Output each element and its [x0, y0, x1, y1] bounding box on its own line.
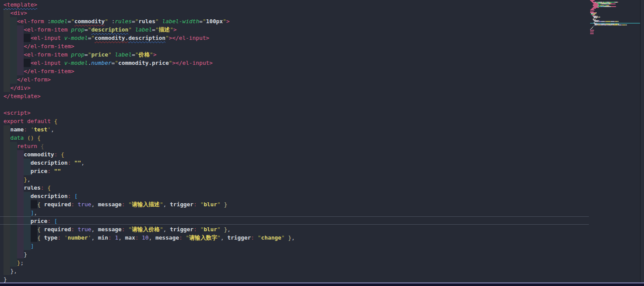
code-token: test — [34, 126, 47, 133]
code-token: , — [118, 234, 125, 241]
code-token: , — [221, 234, 227, 241]
code-line[interactable]: description: "", — [0, 159, 589, 167]
code-token: " — [128, 226, 132, 233]
code-token — [4, 218, 31, 224]
code-line[interactable]: } — [0, 250, 589, 258]
code-token: : — [194, 201, 197, 208]
code-token — [4, 176, 24, 183]
code-token: commodity — [24, 151, 54, 158]
code-editor[interactable]: <template> <div> <el-form :model="commod… — [0, 0, 644, 286]
code-line[interactable]: { required: true, message: "请输入价格", trig… — [0, 225, 589, 233]
code-token: model — [51, 18, 68, 25]
code-token: rules — [138, 18, 155, 25]
code-token — [4, 60, 31, 66]
code-token — [27, 126, 31, 133]
code-token: " — [200, 201, 204, 208]
code-line[interactable]: }; — [0, 258, 589, 267]
code-token: { — [54, 118, 58, 124]
code-token: : — [47, 168, 51, 174]
token-with-blue-squiggle: description — [128, 35, 165, 41]
code-token: : — [67, 159, 71, 166]
minimap-token — [590, 30, 594, 31]
code-line[interactable]: </div> — [0, 84, 589, 92]
code-token — [4, 143, 17, 149]
code-token: change — [261, 234, 281, 241]
code-token: default — [27, 118, 51, 124]
code-token: , — [91, 201, 98, 208]
code-line[interactable]: return { — [0, 142, 589, 150]
code-line[interactable]: ], — [0, 208, 589, 217]
code-token: [ — [54, 218, 58, 224]
code-line[interactable]: <el-form-item prop="price" label="价格"> — [0, 50, 589, 59]
code-line[interactable]: <script> — [0, 109, 589, 117]
code-token: number — [67, 234, 88, 241]
code-line[interactable]: price: "" — [0, 167, 589, 175]
code-token — [4, 251, 24, 258]
code-line[interactable]: <el-input v-model="commodity.description… — [0, 34, 589, 42]
code-line[interactable]: commodity: { — [0, 150, 589, 159]
scrollbar-overview-ruler[interactable] — [640, 0, 644, 282]
code-token: : — [67, 193, 71, 199]
code-token: <el-input — [31, 35, 61, 41]
minimap-offscreen-line — [590, 32, 640, 32]
code-token — [61, 60, 64, 66]
code-line[interactable]: <el-form :model="commodity" :rules="rule… — [0, 17, 589, 25]
code-token: label-width — [162, 18, 199, 25]
code-token: description — [31, 193, 68, 199]
code-token — [74, 201, 78, 208]
minimap[interactable] — [590, 0, 640, 96]
code-token: number — [91, 60, 111, 66]
code-token: </el-form> — [17, 76, 51, 83]
code-line[interactable]: <template> — [0, 0, 589, 9]
code-line[interactable]: </el-form> — [0, 75, 589, 84]
code-token: () — [27, 134, 34, 141]
code-line[interactable]: description: [ — [0, 192, 589, 200]
code-line[interactable]: </template> — [0, 92, 589, 100]
code-token: 10 — [142, 234, 148, 241]
code-token: } — [224, 201, 227, 208]
code-token: " — [160, 201, 163, 208]
code-token: : — [47, 218, 51, 224]
code-line[interactable]: { required: true, message: "请输入描述", trig… — [0, 200, 589, 208]
code-line[interactable]: { type: 'number', min: 1, max: 10, messa… — [0, 233, 589, 242]
code-token — [34, 134, 37, 141]
code-line[interactable]: </el-form-item> — [0, 67, 589, 75]
code-token: } — [24, 176, 27, 183]
code-token: > — [226, 18, 230, 25]
code-line[interactable]: <el-input v-model.number="commodity.pric… — [0, 59, 589, 67]
code-token: description — [31, 159, 68, 166]
token-with-blue-squiggle: <template> — [4, 1, 37, 8]
code-token: prop — [71, 51, 84, 58]
code-token: = — [199, 18, 203, 25]
code-token: v-model — [64, 60, 88, 66]
code-line[interactable]: price: [ — [0, 217, 589, 225]
code-token: , — [149, 234, 155, 241]
code-line[interactable]: }, — [0, 267, 589, 275]
code-token — [71, 193, 74, 199]
code-line[interactable]: ] — [0, 242, 589, 250]
code-token: price — [31, 168, 48, 174]
code-line[interactable]: data () { — [0, 134, 589, 142]
code-token — [4, 35, 31, 41]
code-line[interactable]: export default { — [0, 117, 589, 125]
code-token: , — [91, 234, 98, 241]
code-line[interactable]: name: 'test', — [0, 125, 589, 134]
code-line[interactable]: <el-form-item prop="description" label="… — [0, 25, 589, 34]
code-token: " — [71, 18, 74, 25]
code-token: return — [17, 143, 37, 149]
code-token: : — [251, 234, 254, 241]
code-token — [4, 10, 10, 16]
code-line[interactable]: }, — [0, 175, 589, 184]
code-token: " — [105, 18, 108, 25]
code-line[interactable]: </el-form-item> — [0, 42, 589, 50]
code-token — [67, 51, 71, 58]
code-token: { — [37, 234, 41, 241]
code-line[interactable]: rules: { — [0, 184, 589, 192]
code-line[interactable] — [0, 100, 589, 109]
code-token: rules — [24, 184, 41, 191]
code-token — [61, 234, 64, 241]
token-with-red-squiggle: commodity — [74, 18, 105, 25]
panel-top-border — [0, 282, 644, 286]
code-token: min — [98, 234, 108, 241]
code-line[interactable]: <div> — [0, 9, 589, 17]
